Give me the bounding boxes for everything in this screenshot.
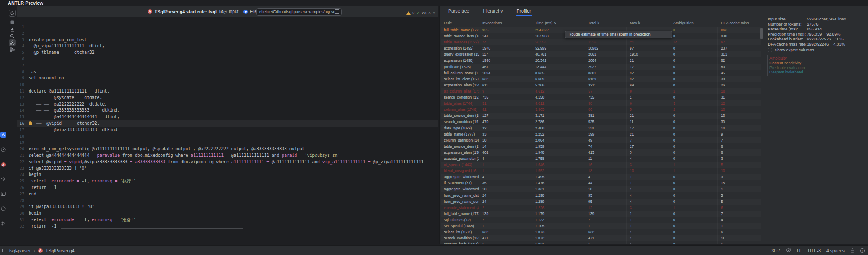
code-line[interactable]: select @vipid = vipid,@vipa333333333333 … (29, 159, 438, 166)
table-row[interactable]: aggregate_windowed...41.4954103 (441, 174, 761, 180)
table-row[interactable]: literal_unsigned (16...11.5521810110 (441, 168, 761, 174)
run-icon[interactable] (0, 147, 6, 152)
antlr-icon[interactable]: A (0, 162, 6, 167)
intention-bulb-icon[interactable] (29, 121, 32, 125)
terminal-icon[interactable] (0, 191, 6, 197)
table-row[interactable]: column_alias (1746)423.905865210 (441, 106, 761, 113)
table-row[interactable]: func_proc_name_serv...241.28995405 (441, 199, 761, 205)
tab-hierarchy[interactable]: Hierarchy (482, 7, 503, 15)
code-line[interactable]: end (29, 191, 438, 198)
code-line[interactable]: as (29, 69, 438, 76)
code-line[interactable] (29, 133, 438, 140)
code-line[interactable]: —— @vipid dtchar32, (29, 120, 438, 127)
code-line[interactable]: -- -- -- (29, 63, 438, 69)
stop-icon[interactable] (9, 19, 16, 26)
table-row[interactable]: search_condition (1517)4702.78652511030 (441, 119, 761, 125)
code-line[interactable]: return -1 (29, 185, 438, 191)
breadcrumb-file[interactable]: TSqlParser.g4 (46, 248, 75, 253)
copy-path-icon[interactable] (336, 10, 339, 14)
problems-icon[interactable] (0, 206, 6, 212)
show-expert-columns-row[interactable]: Show expert columns (768, 47, 814, 52)
code-line[interactable]: select errorcode = -1, errormsg = '执行!' (29, 178, 438, 185)
breadcrumb-project[interactable]: tsql-parser (9, 248, 31, 253)
table-row[interactable]: full_column_name (17...10948.63583019704… (441, 70, 761, 76)
antlr-preview-icon[interactable] (0, 132, 6, 138)
table-row[interactable]: expression (1495)197852.99910982970237 (441, 45, 761, 51)
code-line[interactable]: declare @a1111111111111 dtint, (29, 88, 438, 95)
column-header-invocations[interactable]: Invocations (479, 21, 532, 25)
code-line[interactable]: select @a444444444444444 = paravalue fro… (29, 152, 438, 159)
input-radio[interactable] (222, 10, 227, 14)
file-radio[interactable] (243, 10, 248, 14)
profiler-table-header[interactable]: RuleInvocationsTime (ms) ∨Total kMax kAm… (441, 17, 761, 27)
code-line[interactable] (29, 82, 438, 88)
table-row[interactable]: table_source_item (15...1273.17138121013 (441, 113, 761, 119)
code-line[interactable]: —— —— @a2222222222 dtdate, (29, 101, 438, 108)
table-row[interactable]: aggregate_windowed...181.33118101 (441, 186, 761, 192)
scroll-to-source-icon[interactable] (9, 26, 16, 33)
code-line[interactable] (29, 139, 438, 146)
code-line[interactable] (29, 198, 438, 204)
table-row[interactable]: table_source_item (15...141.959741708 (441, 143, 761, 149)
input-radio-label[interactable]: Input (229, 9, 238, 14)
table-row[interactable]: sql_clauses (12)71.1227104 (441, 217, 761, 223)
code-line[interactable]: exec nb_com_getsysconfig @a1111111111111… (29, 146, 438, 152)
code-line[interactable]: @p_tblname dtchar32 (29, 50, 438, 56)
column-header-max-k[interactable]: Max k (627, 21, 670, 25)
highlighting-off-icon[interactable] (786, 248, 791, 253)
file-path-input[interactable]: ebelice/Github/tsql-parser/examples/big.… (256, 8, 342, 16)
table-row[interactable]: table_alias (1744)514.012986312 (441, 100, 761, 106)
table-row[interactable]: query_expression (1527)11748.76120621910… (441, 51, 761, 57)
prev-problem-icon[interactable]: ∧ (428, 11, 431, 15)
indent-selector[interactable]: 4 spaces (826, 248, 845, 253)
table-row[interactable]: data_type (1829)322.48811417014 (441, 125, 761, 131)
tab-profiler[interactable]: Profiler (516, 7, 532, 15)
inspections-widget[interactable]: 2 ✓23 ∧ ∨ (406, 10, 435, 15)
next-problem-icon[interactable]: ∨ (433, 11, 436, 15)
code-line[interactable]: —— —— @vipa333333333333 dtkind (29, 127, 438, 133)
code-line[interactable]: begin (29, 172, 438, 178)
table-row[interactable]: expression_elem (1590)6115.266321199026 (441, 82, 761, 88)
column-header-dfa-cache-miss[interactable]: DFA cache miss (718, 21, 760, 25)
table-row[interactable]: search_condition (1516)4711.0724711011 (441, 235, 761, 241)
column-header-ambiguities[interactable]: Ambiguities (670, 21, 718, 25)
file-radio-label[interactable]: File (250, 9, 257, 14)
profiler-table[interactable]: RuleInvocationsTime (ms) ∨Total kMax kAm… (441, 17, 761, 244)
table-row[interactable]: execute_parameter (1...41.75811403 (441, 156, 761, 162)
code-line[interactable] (29, 24, 438, 30)
code-line[interactable]: select errorcode = -1, errormsg = '准备!' (29, 217, 438, 223)
table-row[interactable]: execute_body (1804)11.0311101 (441, 241, 761, 244)
encoding-selector[interactable]: UTF-8 (808, 248, 821, 253)
table-row[interactable]: if_statement (31)351.476441015 (441, 180, 761, 186)
table-row[interactable]: func_proc_name_data...241.29895405 (441, 192, 761, 199)
code-line[interactable]: —— —— @sysdate dtdate, (29, 95, 438, 101)
horizontal-scrollbar[interactable] (61, 228, 243, 229)
table-row[interactable]: expression_elem (1589)4021.948413308 (441, 149, 761, 156)
lock-icon[interactable] (850, 248, 855, 254)
layers-icon[interactable] (0, 176, 6, 182)
table-row[interactable]: as_column_alias (1734)94.612578218 (441, 88, 761, 94)
table-row[interactable]: table_name (1777)332.2521992109 (441, 131, 761, 137)
refresh-icon[interactable] (9, 10, 16, 17)
table-row[interactable]: id_special (1443)11.64616315 (441, 162, 761, 168)
table-row[interactable]: set_special (1485)11.1051101 (441, 223, 761, 229)
code-editor[interactable]: 1234567891011121314151617181920212223242… (17, 17, 438, 230)
code-line[interactable]: @p_vipa1111111111111 dtint, (29, 43, 438, 50)
notifications-icon[interactable]: ! (860, 248, 865, 253)
table-row[interactable]: expression (1498)199820.342206421082 (441, 57, 761, 63)
column-header-time-ms-[interactable]: Time (ms) ∨ (532, 21, 585, 25)
caret-position[interactable]: 30:7 (772, 248, 780, 253)
line-ending-selector[interactable]: LF (797, 248, 802, 253)
code-line[interactable]: —— —— @a444444444444444 dtint, (29, 114, 438, 120)
code-line[interactable]: begin (29, 210, 438, 217)
column-header-rule[interactable]: Rule (441, 21, 479, 25)
table-row[interactable]: predicate (1525)46113.444292717080 (441, 64, 761, 70)
code-line[interactable]: —— —— @a333333333333 dtkind, (29, 107, 438, 114)
table-row[interactable]: select_list (1581)6321.073632106 (441, 229, 761, 235)
table-row[interactable]: search_condition (1519)7354.1587351031 (441, 94, 761, 100)
table-row[interactable]: table_sources (1529)7456.5561336211497 (441, 39, 761, 45)
code-line[interactable]: if @vipa333333333333 !='0' (29, 204, 438, 210)
column-header-total-k[interactable]: Total k (585, 21, 627, 25)
table-row[interactable]: full_table_name (1773)1391.179139107 (441, 211, 761, 217)
tab-parse-tree[interactable]: Parse tree (447, 7, 470, 15)
